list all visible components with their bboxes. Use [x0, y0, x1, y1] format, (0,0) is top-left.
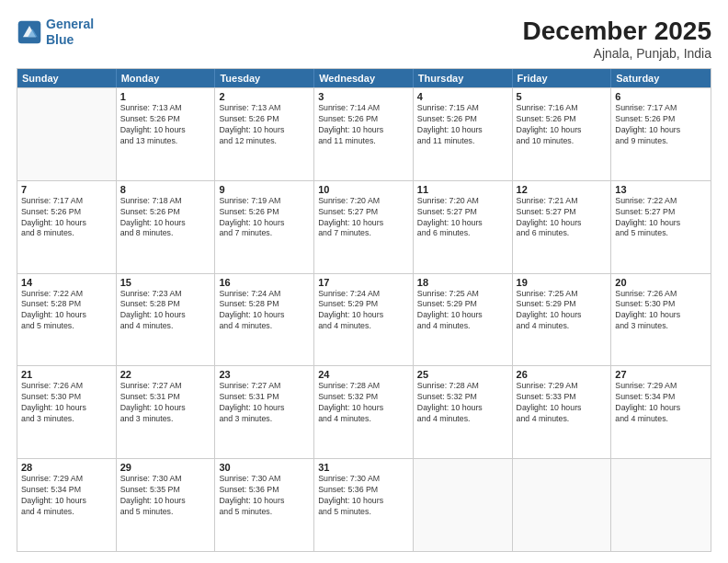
day-info: Sunrise: 7:16 AM Sunset: 5:26 PM Dayligh…	[517, 103, 608, 147]
day-info: Sunrise: 7:30 AM Sunset: 5:36 PM Dayligh…	[318, 474, 409, 518]
day-info: Sunrise: 7:27 AM Sunset: 5:31 PM Dayligh…	[120, 381, 211, 425]
calendar-row-1: 7Sunrise: 7:17 AM Sunset: 5:26 PM Daylig…	[17, 180, 711, 273]
day-cell-23: 23Sunrise: 7:27 AM Sunset: 5:31 PM Dayli…	[215, 366, 314, 458]
header-cell-thursday: Thursday	[414, 69, 513, 87]
day-cell-3: 3Sunrise: 7:14 AM Sunset: 5:26 PM Daylig…	[314, 88, 414, 180]
day-cell-12: 12Sunrise: 7:21 AM Sunset: 5:27 PM Dayli…	[513, 181, 612, 273]
day-cell-20: 20Sunrise: 7:26 AM Sunset: 5:30 PM Dayli…	[611, 274, 711, 366]
day-cell-17: 17Sunrise: 7:24 AM Sunset: 5:29 PM Dayli…	[314, 274, 414, 366]
day-number: 1	[120, 91, 211, 102]
day-cell-4: 4Sunrise: 7:15 AM Sunset: 5:26 PM Daylig…	[414, 88, 513, 180]
day-number: 10	[318, 184, 409, 195]
day-number: 17	[318, 277, 409, 288]
day-cell-26: 26Sunrise: 7:29 AM Sunset: 5:33 PM Dayli…	[513, 366, 612, 458]
empty-cell	[513, 459, 612, 551]
day-info: Sunrise: 7:18 AM Sunset: 5:26 PM Dayligh…	[120, 196, 211, 240]
day-cell-22: 22Sunrise: 7:27 AM Sunset: 5:31 PM Dayli…	[117, 366, 216, 458]
day-info: Sunrise: 7:25 AM Sunset: 5:29 PM Dayligh…	[517, 289, 608, 333]
day-cell-15: 15Sunrise: 7:23 AM Sunset: 5:28 PM Dayli…	[117, 274, 216, 366]
day-number: 5	[517, 91, 608, 102]
calendar-header-row: SundayMondayTuesdayWednesdayThursdayFrid…	[17, 69, 711, 87]
day-cell-21: 21Sunrise: 7:26 AM Sunset: 5:30 PM Dayli…	[17, 366, 117, 458]
header-cell-tuesday: Tuesday	[215, 69, 314, 87]
day-info: Sunrise: 7:24 AM Sunset: 5:28 PM Dayligh…	[219, 289, 310, 333]
day-info: Sunrise: 7:20 AM Sunset: 5:27 PM Dayligh…	[417, 196, 508, 240]
day-info: Sunrise: 7:27 AM Sunset: 5:31 PM Dayligh…	[219, 381, 310, 425]
location: Ajnala, Punjab, India	[523, 46, 711, 61]
header-cell-wednesday: Wednesday	[314, 69, 414, 87]
day-cell-11: 11Sunrise: 7:20 AM Sunset: 5:27 PM Dayli…	[414, 181, 513, 273]
day-cell-19: 19Sunrise: 7:25 AM Sunset: 5:29 PM Dayli…	[513, 274, 612, 366]
day-number: 26	[517, 369, 608, 380]
day-cell-27: 27Sunrise: 7:29 AM Sunset: 5:34 PM Dayli…	[611, 366, 711, 458]
day-cell-10: 10Sunrise: 7:20 AM Sunset: 5:27 PM Dayli…	[314, 181, 414, 273]
calendar-row-0: 1Sunrise: 7:13 AM Sunset: 5:26 PM Daylig…	[17, 87, 711, 180]
day-info: Sunrise: 7:29 AM Sunset: 5:34 PM Dayligh…	[615, 381, 707, 425]
day-info: Sunrise: 7:23 AM Sunset: 5:28 PM Dayligh…	[120, 289, 211, 333]
day-number: 31	[318, 462, 409, 473]
day-info: Sunrise: 7:22 AM Sunset: 5:28 PM Dayligh…	[21, 289, 112, 333]
title-block: December 2025 Ajnala, Punjab, India	[523, 17, 711, 61]
day-info: Sunrise: 7:28 AM Sunset: 5:32 PM Dayligh…	[417, 381, 508, 425]
header-cell-saturday: Saturday	[611, 69, 711, 87]
day-cell-18: 18Sunrise: 7:25 AM Sunset: 5:29 PM Dayli…	[414, 274, 513, 366]
month-title: December 2025	[523, 17, 711, 46]
logo: General Blue	[17, 17, 94, 48]
day-cell-30: 30Sunrise: 7:30 AM Sunset: 5:36 PM Dayli…	[215, 459, 314, 551]
day-info: Sunrise: 7:22 AM Sunset: 5:27 PM Dayligh…	[615, 196, 707, 240]
calendar-row-3: 21Sunrise: 7:26 AM Sunset: 5:30 PM Dayli…	[17, 365, 711, 458]
empty-cell	[17, 88, 117, 180]
day-number: 8	[120, 184, 211, 195]
day-number: 2	[219, 91, 310, 102]
day-number: 27	[615, 369, 707, 380]
day-info: Sunrise: 7:17 AM Sunset: 5:26 PM Dayligh…	[615, 103, 707, 147]
day-number: 21	[21, 369, 112, 380]
day-info: Sunrise: 7:20 AM Sunset: 5:27 PM Dayligh…	[318, 196, 409, 240]
header-cell-friday: Friday	[513, 69, 612, 87]
logo-icon	[17, 19, 42, 45]
day-number: 24	[318, 369, 409, 380]
calendar-row-4: 28Sunrise: 7:29 AM Sunset: 5:34 PM Dayli…	[17, 458, 711, 551]
page: General Blue December 2025 Ajnala, Punja…	[0, 0, 728, 563]
day-number: 14	[21, 277, 112, 288]
day-cell-25: 25Sunrise: 7:28 AM Sunset: 5:32 PM Dayli…	[414, 366, 513, 458]
day-info: Sunrise: 7:25 AM Sunset: 5:29 PM Dayligh…	[417, 289, 508, 333]
day-number: 30	[219, 462, 310, 473]
day-info: Sunrise: 7:13 AM Sunset: 5:26 PM Dayligh…	[120, 103, 211, 147]
day-cell-16: 16Sunrise: 7:24 AM Sunset: 5:28 PM Dayli…	[215, 274, 314, 366]
empty-cell	[611, 459, 711, 551]
logo-text: General Blue	[46, 17, 94, 48]
day-cell-9: 9Sunrise: 7:19 AM Sunset: 5:26 PM Daylig…	[215, 181, 314, 273]
day-cell-13: 13Sunrise: 7:22 AM Sunset: 5:27 PM Dayli…	[611, 181, 711, 273]
day-number: 23	[219, 369, 310, 380]
day-number: 12	[517, 184, 608, 195]
day-info: Sunrise: 7:17 AM Sunset: 5:26 PM Dayligh…	[21, 196, 112, 240]
day-number: 3	[318, 91, 409, 102]
day-cell-6: 6Sunrise: 7:17 AM Sunset: 5:26 PM Daylig…	[611, 88, 711, 180]
day-info: Sunrise: 7:13 AM Sunset: 5:26 PM Dayligh…	[219, 103, 310, 147]
day-info: Sunrise: 7:15 AM Sunset: 5:26 PM Dayligh…	[417, 103, 508, 147]
day-cell-29: 29Sunrise: 7:30 AM Sunset: 5:35 PM Dayli…	[117, 459, 216, 551]
day-number: 7	[21, 184, 112, 195]
day-number: 28	[21, 462, 112, 473]
empty-cell	[414, 459, 513, 551]
day-cell-28: 28Sunrise: 7:29 AM Sunset: 5:34 PM Dayli…	[17, 459, 117, 551]
day-number: 25	[417, 369, 508, 380]
day-cell-2: 2Sunrise: 7:13 AM Sunset: 5:26 PM Daylig…	[215, 88, 314, 180]
day-info: Sunrise: 7:26 AM Sunset: 5:30 PM Dayligh…	[615, 289, 707, 333]
day-number: 29	[120, 462, 211, 473]
day-info: Sunrise: 7:29 AM Sunset: 5:34 PM Dayligh…	[21, 474, 112, 518]
day-number: 16	[219, 277, 310, 288]
day-number: 20	[615, 277, 707, 288]
day-info: Sunrise: 7:28 AM Sunset: 5:32 PM Dayligh…	[318, 381, 409, 425]
day-info: Sunrise: 7:30 AM Sunset: 5:36 PM Dayligh…	[219, 474, 310, 518]
header: General Blue December 2025 Ajnala, Punja…	[17, 17, 711, 61]
header-cell-monday: Monday	[117, 69, 216, 87]
day-cell-31: 31Sunrise: 7:30 AM Sunset: 5:36 PM Dayli…	[314, 459, 414, 551]
day-number: 9	[219, 184, 310, 195]
day-number: 18	[417, 277, 508, 288]
day-info: Sunrise: 7:26 AM Sunset: 5:30 PM Dayligh…	[21, 381, 112, 425]
day-cell-8: 8Sunrise: 7:18 AM Sunset: 5:26 PM Daylig…	[117, 181, 216, 273]
day-cell-7: 7Sunrise: 7:17 AM Sunset: 5:26 PM Daylig…	[17, 181, 117, 273]
calendar-body: 1Sunrise: 7:13 AM Sunset: 5:26 PM Daylig…	[17, 87, 711, 551]
